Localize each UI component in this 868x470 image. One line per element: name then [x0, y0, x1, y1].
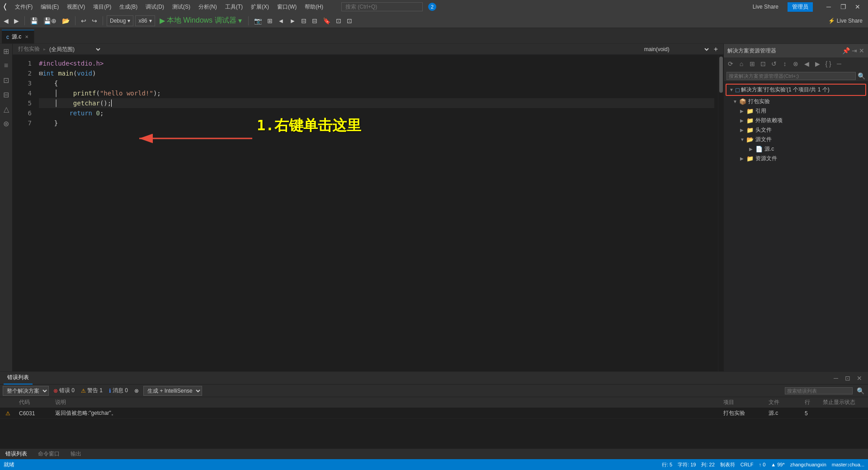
strip-tab-errorlist[interactable]: 错误列表	[4, 450, 29, 458]
strip-tab-command[interactable]: 命令窗口	[36, 450, 61, 458]
tree-item-source-c[interactable]: ▶ 📄 源.c	[724, 144, 868, 154]
scope-dropdown[interactable]: (全局范围)	[47, 46, 102, 53]
panel-tool-properties[interactable]: ⊗	[791, 59, 801, 69]
toolbar-extra4-btn[interactable]: ⊟	[299, 16, 308, 25]
editor-scrollbar-thumb[interactable]	[719, 57, 723, 93]
tree-item-references[interactable]: ▶ 📁 引用	[724, 106, 868, 116]
error-search-input[interactable]	[785, 387, 853, 394]
tree-item-resources[interactable]: ▶ 📁 资源文件	[724, 154, 868, 163]
manage-button[interactable]: 管理员	[788, 2, 813, 12]
project-item[interactable]: ▼ 📦 打包实验	[724, 97, 868, 106]
minimize-button[interactable]: ─	[822, 2, 835, 11]
toolbar-extra1-btn[interactable]: ⊞	[265, 16, 274, 25]
toolbar-saveall-btn[interactable]: 💾⊕	[42, 16, 58, 25]
toolbar-extra3-btn[interactable]: ►	[288, 16, 297, 25]
add-btn[interactable]: +	[712, 45, 720, 53]
error-row-0[interactable]: ⚠ C6031 返回值被忽略:"getchar"。 打包实验 源.c 5	[0, 408, 868, 419]
toolbar-open-btn[interactable]: 📂	[60, 16, 71, 25]
menu-debug[interactable]: 调试(D)	[142, 2, 168, 12]
status-row[interactable]: 行: 5	[662, 461, 672, 468]
status-col[interactable]: 列: 22	[701, 461, 714, 468]
menu-extensions[interactable]: 扩展(X)	[247, 2, 273, 12]
filter-icon-btn[interactable]: ⊗	[132, 387, 141, 394]
live-share-toolbar-btn[interactable]: ⚡ Live Share	[825, 17, 866, 25]
panel-arrow-icon[interactable]: ⇥	[852, 47, 857, 54]
restore-button[interactable]: ❐	[836, 2, 850, 11]
status-errors[interactable]: ↑ 0	[759, 462, 766, 467]
toolbar-save-btn[interactable]: 💾	[28, 16, 40, 25]
toolbar-extra8-btn[interactable]: ⊡	[345, 16, 354, 25]
status-warnings[interactable]: ▲ 99*	[771, 462, 784, 467]
toolbar-camera-btn[interactable]: 📷	[252, 16, 264, 25]
platform-dropdown[interactable]: x86 ▾	[135, 15, 155, 26]
tree-item-headers[interactable]: ▶ 📁 头文件	[724, 125, 868, 135]
sidebar-icon-4[interactable]: △	[1, 104, 12, 114]
toolbar-redo-btn[interactable]: ↪	[90, 16, 99, 25]
panel-minimize-btn[interactable]: ─	[831, 373, 841, 383]
run-button[interactable]: ▶ 本地 Windows 调试器 ▾	[157, 15, 245, 26]
col-header-code[interactable]: 代码	[16, 399, 52, 406]
menu-test[interactable]: 测试(S)	[169, 2, 194, 12]
col-header-desc[interactable]: 说明	[52, 399, 721, 406]
toolbar-forward-btn[interactable]: ▶	[12, 16, 21, 25]
message-count-button[interactable]: ℹ 消息 0	[107, 386, 130, 395]
col-header-line[interactable]: 行	[802, 399, 820, 406]
warning-count-button[interactable]: ⚠ 警告 1	[79, 386, 104, 395]
status-char[interactable]: 字符: 19	[678, 461, 696, 468]
menu-analyze[interactable]: 分析(N)	[195, 2, 221, 12]
panel-tool-nav-fwd[interactable]: ▶	[812, 59, 822, 69]
panel-close-btn[interactable]: ✕	[854, 373, 864, 383]
panel-close-icon[interactable]: ✕	[859, 47, 864, 54]
toolbar-extra2-btn[interactable]: ◄	[276, 16, 286, 25]
tab-source-c[interactable]: c 源.c ✕	[2, 30, 34, 43]
panel-pin-icon[interactable]: 📌	[842, 47, 850, 54]
col-header-project[interactable]: 项目	[721, 399, 766, 406]
panel-tool-filter[interactable]: ⊡	[758, 59, 768, 69]
panel-tool-collapse[interactable]: ↕	[780, 59, 790, 69]
panel-tool-nav-back[interactable]: ◀	[802, 59, 811, 69]
toolbar-extra7-btn[interactable]: ⊡	[334, 16, 343, 25]
strip-tab-output[interactable]: 输出	[69, 450, 83, 458]
toolbar-extra6-btn[interactable]: 🔖	[321, 16, 332, 25]
sidebar-icon-3[interactable]: ⊟	[1, 89, 12, 100]
col-header-file[interactable]: 文件	[766, 399, 802, 406]
menu-edit[interactable]: 编辑(E)	[37, 2, 62, 12]
panel-tool-minus[interactable]: ─	[834, 59, 844, 69]
function-dropdown[interactable]: main(void)	[642, 46, 710, 53]
error-search-btn[interactable]: 🔍	[855, 386, 865, 396]
status-eol[interactable]: CRLF	[741, 462, 754, 467]
sidebar-icon-1[interactable]: ≡	[1, 60, 12, 71]
col-header-state[interactable]: 禁止显示状态	[820, 399, 865, 406]
scope-filter-dropdown[interactable]: 整个解决方案	[3, 386, 49, 396]
tree-item-external[interactable]: ▶ 📁 外部依赖项	[724, 116, 868, 125]
panel-popout-btn[interactable]: ⊡	[843, 373, 853, 383]
intellisense-filter-dropdown[interactable]: 生成 + IntelliSense	[143, 386, 202, 396]
notification-badge[interactable]: 2	[428, 3, 436, 11]
menu-file[interactable]: 文件(F)	[11, 2, 36, 12]
menu-view[interactable]: 视图(V)	[63, 2, 89, 12]
panel-tool-sync[interactable]: ⟳	[726, 59, 736, 69]
toolbar-undo-btn[interactable]: ↩	[79, 16, 88, 25]
status-branch[interactable]: master↕chua...	[832, 462, 864, 467]
toolbar-back-btn[interactable]: ◀	[2, 16, 10, 25]
code-editor[interactable]: #include<stdio.h> ⊟ int main ( void ) {	[35, 55, 718, 371]
editor-scrollbar[interactable]	[718, 55, 723, 371]
solution-root-item[interactable]: ▼ □ 解决方案'打包实验'(1 个项目/共 1 个)	[726, 84, 866, 96]
error-count-button[interactable]: ⊗ 错误 0	[52, 386, 76, 395]
menu-tools[interactable]: 工具(T)	[222, 2, 246, 12]
close-button[interactable]: ✕	[851, 2, 864, 11]
sidebar-icon-arrow[interactable]: ⊞	[1, 46, 12, 57]
solution-search-input[interactable]	[726, 72, 856, 80]
error-list-tab[interactable]: 错误列表	[4, 372, 33, 385]
panel-tool-view[interactable]: ⊞	[747, 59, 757, 69]
sidebar-icon-2[interactable]: ⊡	[1, 75, 12, 85]
project-breadcrumb[interactable]: 打包实验	[16, 45, 42, 53]
tab-close-icon[interactable]: ✕	[24, 34, 29, 40]
title-search-input[interactable]	[341, 2, 423, 11]
panel-tool-code[interactable]: { }	[823, 59, 833, 69]
menu-build[interactable]: 生成(B)	[116, 2, 141, 12]
menu-project[interactable]: 项目(P)	[90, 2, 115, 12]
tree-item-source-folder[interactable]: ▼ 📂 源文件	[724, 135, 868, 144]
panel-tool-home[interactable]: ⌂	[736, 59, 746, 69]
status-tab[interactable]: 制表符	[720, 461, 735, 468]
